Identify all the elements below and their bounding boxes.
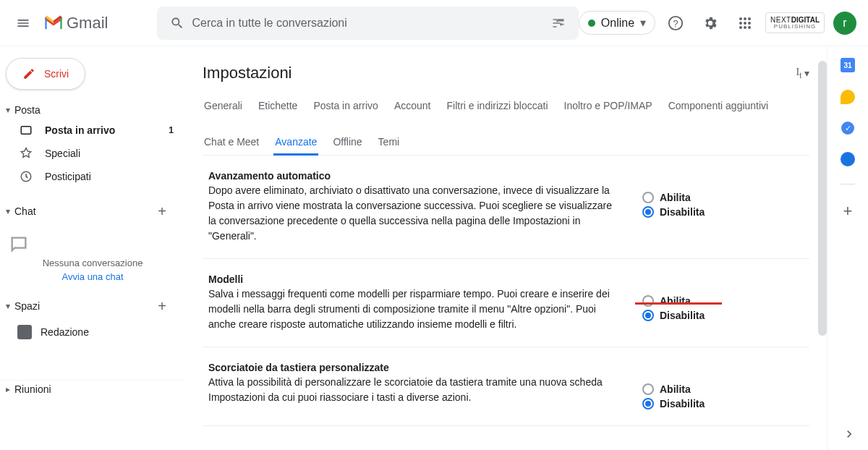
chat-bubble-icon [9,234,176,255]
nav-icon [19,169,33,184]
hamburger-icon [16,16,30,30]
search-input[interactable] [192,17,543,30]
setting-title: Avanzamento automatico [208,170,613,182]
radio-enable[interactable]: Abilita [642,382,773,396]
gmail-icon [43,15,64,31]
org-logo: NEXTDIGITAL PUBLISHING [765,12,825,34]
tune-icon [551,16,566,30]
svg-text:?: ? [673,17,678,28]
tab-etichette[interactable]: Etichette [257,94,299,117]
input-tools-button[interactable]: It ▾ [796,67,809,80]
svg-rect-11 [21,127,31,135]
setting-options: Abilita Disabilita [642,362,773,411]
chevron-down-icon: ▾ [640,16,646,30]
radio-icon [642,206,654,218]
contacts-addon-button[interactable] [841,152,855,166]
nav-label: Posticipati [45,171,91,182]
radio-icon [642,383,654,395]
calendar-addon-button[interactable] [841,58,855,72]
setting-description: Attiva la possibilità di personalizzare … [208,375,613,405]
chat-section-header[interactable]: ▾ Chat + [0,197,185,226]
settings-button[interactable] [696,9,725,38]
start-chat-link[interactable]: Avvia una chat [61,271,123,282]
setting-description: Salva i messaggi frequenti come modelli … [208,286,613,332]
gmail-logo[interactable]: Gmail [41,14,114,33]
search-options-button[interactable] [544,16,573,30]
nav-item-posticipati[interactable]: Posticipati [0,165,185,188]
spaces-section-header[interactable]: ▾ Spazi + [0,292,185,320]
account-avatar[interactable]: r [833,12,856,35]
radio-disable[interactable]: Disabilita [642,205,773,219]
tab-filtri-e-indirizzi-bloccati[interactable]: Filtri e indirizzi bloccati [445,94,549,117]
radio-icon [642,295,654,307]
tab-avanzate[interactable]: Avanzate [273,130,318,156]
tab-account[interactable]: Account [393,94,433,117]
search-icon[interactable] [163,16,192,30]
tab-generali[interactable]: Generali [203,94,244,117]
status-selector[interactable]: Online ▾ [579,11,655,35]
compose-label: Scrivi [44,68,69,80]
tab-componenti-aggiuntivi[interactable]: Componenti aggiuntivi [667,94,770,117]
setting-options: Abilita Disabilita [642,273,773,332]
setting-title: Modelli [208,273,613,285]
keep-addon-button[interactable] [841,90,855,104]
search-bar[interactable] [157,7,578,40]
setting-options: Abilita Disabilita [642,170,773,244]
space-label: Redazione [41,326,89,338]
svg-point-3 [744,17,746,20]
svg-point-8 [739,26,742,29]
status-dot-icon [588,20,595,27]
caret-down-icon: ▾ [6,301,10,311]
svg-point-6 [744,22,746,25]
tab-offline[interactable]: Offline [331,130,363,155]
main-menu-button[interactable] [6,6,41,41]
new-chat-button[interactable]: + [150,200,174,223]
tab-inoltro-e-pop-imap[interactable]: Inoltro e POP/IMAP [563,94,654,117]
meet-section-header[interactable]: ▸ Riunioni [0,380,185,398]
caret-down-icon: ▾ [6,105,10,115]
mail-section-header[interactable]: ▾ Posta [0,101,185,119]
nav-item-posta-in-arrivo[interactable]: Posta in arrivo1 [0,119,185,142]
setting-title: Scorciatoie da tastiera personalizzate [208,362,613,373]
radio-icon [642,192,654,203]
get-addons-button[interactable]: + [843,202,853,221]
compose-button[interactable]: Scrivi [6,58,85,90]
nav-item-speciali[interactable]: Speciali [0,142,185,165]
chevron-right-icon [842,427,856,441]
apps-button[interactable] [731,9,760,38]
radio-icon [642,310,654,321]
svg-point-7 [748,22,751,25]
app-header: Gmail Online ▾ ? NEXTDIGITAL [0,0,868,46]
radio-enable[interactable]: Abilita [642,294,773,308]
nav-label: Speciali [45,148,80,159]
gear-icon [702,15,718,31]
radio-disable[interactable]: Disabilita [642,396,773,411]
collapse-sidepanel-button[interactable] [842,427,856,441]
badge: 1 [169,125,174,135]
app-name: Gmail [67,14,108,33]
input-tools-icon: It [796,67,801,80]
nav-label: Posta in arrivo [45,124,115,136]
tab-posta-in-arrivo[interactable]: Posta in arrivo [312,94,379,117]
status-label: Online [601,17,634,30]
help-icon: ? [668,15,684,31]
tab-chat-e-meet[interactable]: Chat e Meet [203,130,260,155]
svg-point-9 [744,26,746,29]
tab-temi[interactable]: Temi [377,130,401,155]
radio-disable[interactable]: Disabilita [642,308,773,323]
tasks-addon-button[interactable] [841,122,854,135]
setting-description: Dopo avere eliminato, archiviato o disat… [208,183,613,244]
chat-empty-state: Nessuna conversazione Avvia una chat [0,226,185,292]
svg-point-5 [739,22,742,25]
support-button[interactable]: ? [661,9,690,38]
radio-enable[interactable]: Abilita [642,190,773,205]
scrollbar[interactable] [818,61,827,336]
apps-icon [739,17,752,30]
setting-row: Avanzamento automatico Dopo avere elimin… [203,156,809,259]
right-sidepanel: + [827,46,868,450]
page-title: Impostazioni [203,64,292,82]
pencil-icon [22,67,35,80]
space-item[interactable]: Redazione [0,320,185,344]
new-space-button[interactable]: + [150,294,174,318]
settings-content: Impostazioni It ▾ GeneraliEtichettePosta… [185,46,827,450]
